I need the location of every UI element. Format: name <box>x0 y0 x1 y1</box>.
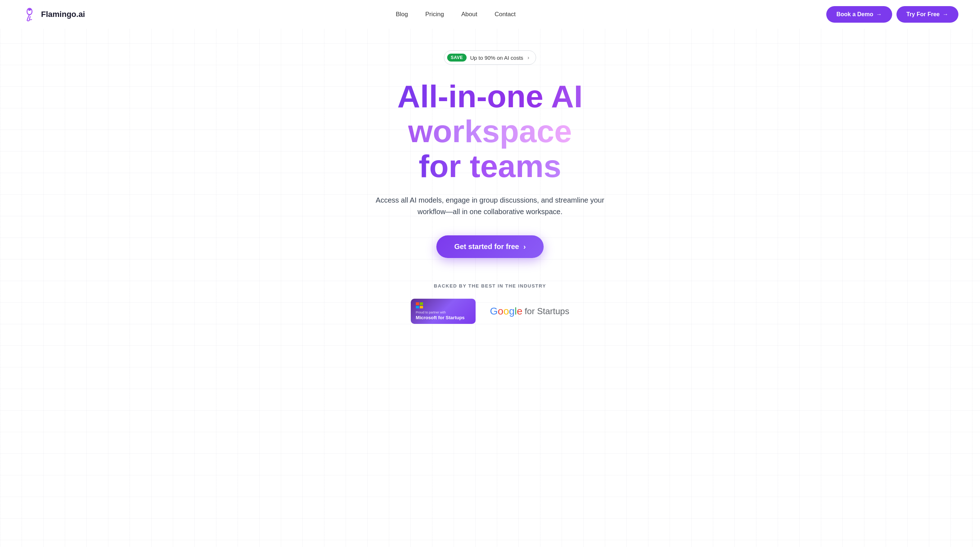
arrow-icon: › <box>523 243 526 251</box>
hero-subtitle: Access all AI models, engage in group di… <box>368 194 612 217</box>
book-demo-button[interactable]: Book a Demo → <box>826 6 892 23</box>
arrow-icon: → <box>943 11 948 17</box>
navbar: Flamingo.ai Blog Pricing About Contact B… <box>0 0 980 29</box>
try-free-button[interactable]: Try For Free → <box>896 6 958 23</box>
nav-contact[interactable]: Contact <box>495 11 516 17</box>
get-started-button[interactable]: Get started for free › <box>436 235 544 258</box>
google-for-startups-text: for Startups <box>525 306 569 316</box>
flamingo-logo-icon <box>22 6 37 22</box>
nav-blog[interactable]: Blog <box>396 11 408 17</box>
hero-title: All-in-one AI workspace for teams <box>328 79 652 183</box>
save-text: Up to 90% on AI costs <box>470 55 523 61</box>
save-badge[interactable]: SAVE Up to 90% on AI costs › <box>444 50 536 65</box>
nav-buttons: Book a Demo → Try For Free → <box>826 6 958 23</box>
google-badge: Google for Startups <box>490 305 569 317</box>
logo-link[interactable]: Flamingo.ai <box>22 6 85 22</box>
backed-label: BACKED BY THE BEST IN THE INDUSTRY <box>434 283 546 289</box>
microsoft-badge: Proud to partner with Microsoft for Star… <box>411 299 476 324</box>
nav-about[interactable]: About <box>461 11 477 17</box>
hero-title-line1: All-in-one AI workspace <box>398 78 583 149</box>
partner-logos: Proud to partner with Microsoft for Star… <box>411 299 569 324</box>
hero-title-line2: for teams <box>419 148 561 184</box>
chevron-right-icon: › <box>527 55 529 60</box>
ms-small-text: Proud to partner with <box>416 310 446 314</box>
hero-section: SAVE Up to 90% on AI costs › All-in-one … <box>0 29 980 353</box>
microsoft-grid-icon <box>416 302 423 308</box>
save-tag: SAVE <box>447 54 466 62</box>
nav-pricing[interactable]: Pricing <box>425 11 444 17</box>
google-wordmark: Google <box>490 305 522 317</box>
nav-links: Blog Pricing About Contact <box>396 11 515 18</box>
logo-text: Flamingo.ai <box>41 10 85 19</box>
backed-section: BACKED BY THE BEST IN THE INDUSTRY Proud… <box>411 283 569 324</box>
arrow-icon: → <box>876 11 882 17</box>
ms-main-text: Microsoft for Startups <box>416 315 465 320</box>
